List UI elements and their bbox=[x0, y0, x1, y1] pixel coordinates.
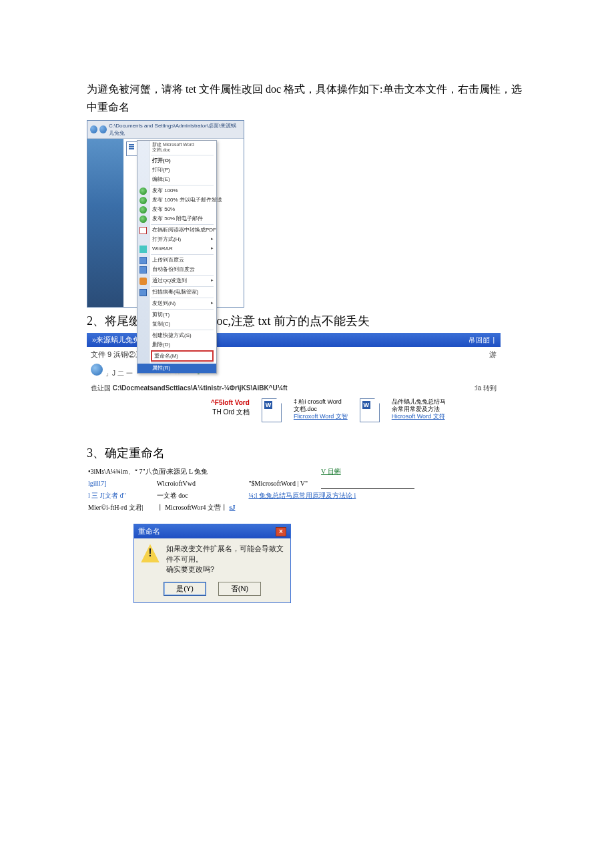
rename-dialog: 重命名 × 如果改变文件扩展名，可能会导致文件不可用。 确实要更改吗? 是(Y)… bbox=[133, 524, 291, 602]
winrar-icon bbox=[139, 246, 147, 253]
file2-line3[interactable]: Flicroxoft Word 文智 bbox=[294, 413, 348, 420]
file1-line2: TH Ord 文档 bbox=[211, 408, 250, 417]
menu-open[interactable]: 打开(O) bbox=[137, 156, 216, 165]
scan-icon bbox=[139, 289, 147, 296]
dialog-title: 重命名 bbox=[138, 526, 160, 536]
screenshot-context-menu: C:\Documents and Settings\Administrator\… bbox=[87, 120, 244, 308]
file-pane: 新建 Microsoft Word 文档.doc 打开(O) 打印(P) 编辑(… bbox=[123, 139, 244, 307]
intro-paragraph: 为避免被河蟹，请将 tet 文件属性改回 doc 格式，具体操作如下:单击文本文… bbox=[87, 80, 527, 116]
step3-heading: 3、确定重命名 bbox=[87, 445, 527, 461]
go-button[interactable]: :la 转到 bbox=[475, 384, 497, 393]
address-bar: C:\Documents and Settings\Administrator\… bbox=[87, 121, 244, 139]
nav-fwd-icon[interactable] bbox=[99, 125, 107, 133]
dialog-titlebar: 重命名 × bbox=[134, 524, 290, 538]
dialog-message: 如果改变文件扩展名，可能会导致文件不可用。 确实要更改吗? bbox=[166, 544, 284, 574]
cloud-icon bbox=[139, 266, 147, 274]
cloud-icon bbox=[139, 257, 147, 264]
menu-auto-backup[interactable]: 自动备份到百度云 bbox=[137, 265, 216, 274]
share-icon bbox=[139, 197, 147, 204]
menu-delete[interactable]: 删除(D) bbox=[137, 340, 216, 350]
context-menu: 新建 Microsoft Word 文档.doc 打开(O) 打印(P) 编辑(… bbox=[137, 140, 217, 373]
menu-rename-highlighted[interactable]: 重命名(M) bbox=[151, 350, 214, 362]
ocr-text-block: •3iMs\A¼¾im、“ 7"八负面\来源见 L 兔兔 V 目蝌 lgilll… bbox=[87, 465, 416, 514]
menu-share-50-att[interactable]: 发布 50% 附电子邮件 bbox=[137, 214, 216, 224]
address-row: 也让国 C:\DocmeatsandScttiacs\A¼tinistr-¼Φr… bbox=[87, 382, 501, 396]
no-button[interactable]: 否(N) bbox=[218, 582, 261, 596]
warning-icon bbox=[141, 544, 160, 562]
back-icon[interactable] bbox=[91, 364, 103, 376]
menu-print[interactable]: 打印(P) bbox=[137, 165, 216, 175]
share-icon bbox=[139, 206, 147, 213]
word-doc-icon[interactable] bbox=[360, 398, 380, 422]
menu-winrar[interactable]: WinRAR bbox=[137, 244, 216, 254]
menu-open-with[interactable]: 打开方式(H) bbox=[137, 235, 216, 244]
link-sj[interactable]: sJ bbox=[230, 504, 236, 511]
menu-cut[interactable]: 剪切(T) bbox=[137, 310, 216, 320]
address-path: C:\Documents and Settings\Administrator\… bbox=[109, 122, 241, 137]
menu-foxit-pdf[interactable]: 在福昕阅读器中转换成PDF bbox=[137, 226, 216, 235]
nav-back-icon[interactable] bbox=[90, 125, 97, 133]
link-v[interactable]: V 目蝌 bbox=[321, 468, 341, 475]
window-title: »来源蜗儿兔兔 bbox=[92, 335, 140, 345]
pdf-icon bbox=[139, 227, 147, 234]
window-controls[interactable]: 吊回皕 | bbox=[469, 336, 495, 345]
file3-line3[interactable]: Hicrosoft Word 文符 bbox=[392, 413, 446, 420]
word-doc-icon[interactable] bbox=[262, 398, 282, 422]
file3-line1: 品件蜗儿兔兔总结马 bbox=[392, 398, 446, 406]
address-path[interactable]: C:\DocmeatsandScttiacs\A¼tinistr-¼Φr\jKS… bbox=[113, 384, 288, 392]
qq-icon bbox=[139, 278, 147, 285]
menu-virus-scan[interactable]: 扫描病毒(电脑管家) bbox=[137, 288, 216, 297]
file2-line2: 文档.doc bbox=[294, 406, 348, 413]
share-icon bbox=[139, 215, 147, 223]
menu-shortcut[interactable]: 创建快捷方式(S) bbox=[137, 331, 216, 340]
menu-send-to[interactable]: 发送到(N) bbox=[137, 299, 216, 308]
sidebar-panel bbox=[87, 139, 123, 307]
menu-qq-send[interactable]: 通过QQ发送到 bbox=[137, 276, 216, 286]
menu-share-50[interactable]: 发布 50% bbox=[137, 205, 216, 214]
file1-line1: ^F5Ioft Vord bbox=[211, 398, 250, 408]
menu-copy[interactable]: 复制(C) bbox=[137, 320, 216, 329]
menu-upload-baidu[interactable]: 上传到百度云 bbox=[137, 256, 216, 265]
menu-share-100[interactable]: 发布 100% bbox=[137, 186, 216, 195]
file-list: ^F5Ioft Vord TH Ord 文档 ‡ 粕i crosoft Word… bbox=[87, 396, 501, 428]
file3-line2: 余常用常爱及方法 bbox=[392, 406, 446, 413]
menu-edit[interactable]: 编辑(E) bbox=[137, 175, 216, 184]
close-icon[interactable]: × bbox=[276, 527, 286, 536]
menu-share-100-mail[interactable]: 发布 100% 并以电子邮件发送 bbox=[137, 195, 216, 205]
share-icon bbox=[139, 187, 147, 195]
menu-properties[interactable]: 属性(R) bbox=[137, 364, 216, 373]
file-label: 新建 Microsoft Word 文档.doc bbox=[152, 142, 214, 152]
link-method[interactable]: ¼:l 兔兔总结马原常用原理及方法论 i bbox=[248, 492, 356, 499]
file2-line1: ‡ 粕i crosoft Word bbox=[294, 398, 348, 406]
yes-button[interactable]: 是(Y) bbox=[164, 582, 206, 596]
address-label: 也让国 bbox=[91, 384, 111, 392]
